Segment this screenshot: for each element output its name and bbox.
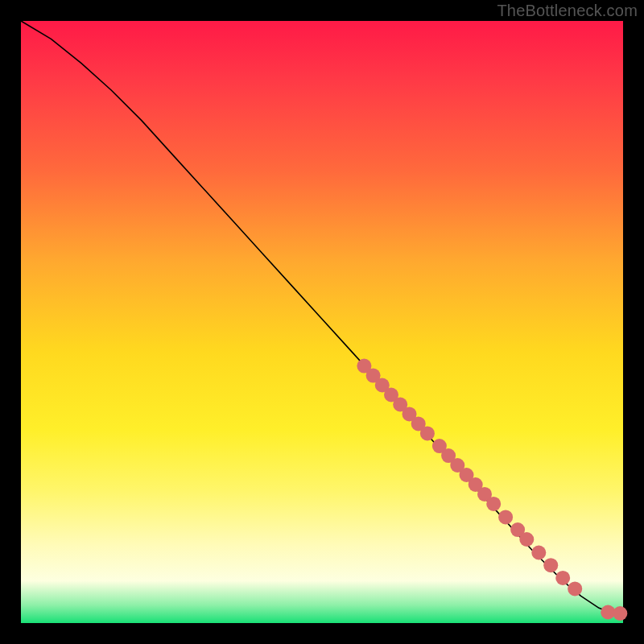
data-point	[613, 606, 627, 621]
chart-overlay	[21, 21, 623, 623]
data-point	[531, 546, 546, 560]
watermark: TheBottleneck.com	[497, 2, 638, 20]
data-point	[555, 571, 570, 585]
data-point	[519, 532, 534, 547]
data-point	[420, 426, 435, 440]
data-point	[498, 510, 513, 524]
data-point	[543, 558, 558, 572]
chart-frame: TheBottleneck.com	[0, 0, 644, 644]
highlighted-points	[357, 359, 627, 621]
bottleneck-curve	[21, 21, 623, 614]
data-point	[486, 497, 501, 511]
data-point	[568, 581, 582, 596]
